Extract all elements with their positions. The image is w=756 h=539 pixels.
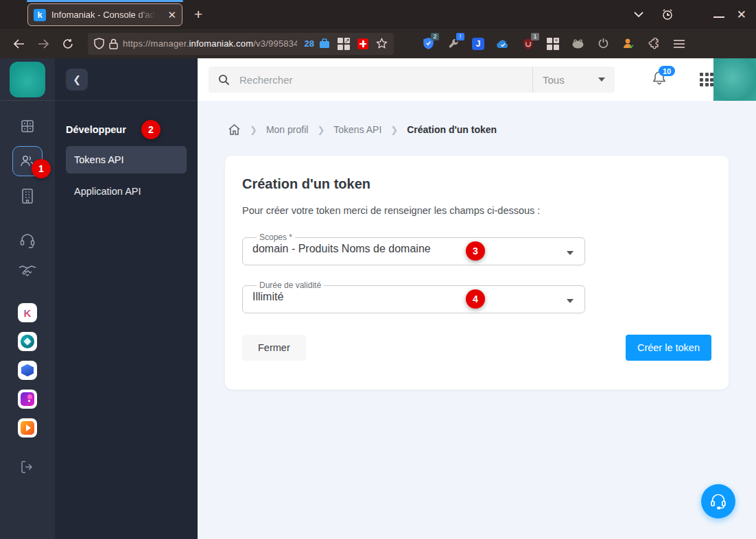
grid-add-extension-icon[interactable]: + [547,38,559,50]
scopes-select[interactable]: Scopes * domain - Produits Noms de domai… [242,232,585,265]
url-bar[interactable]: https://manager.infomaniak.com/v3/995834… [88,33,394,55]
step-badge-2: 2 [141,120,161,139]
breadcrumb-separator: ❯ [250,125,257,135]
partnership-handshake-icon[interactable] [19,262,36,280]
top-bar: Tous 10 [198,58,756,101]
infomaniak-logo[interactable] [10,62,45,97]
browser-titlebar: k Infomaniak - Console d'adm ✕ + ✕ [0,0,756,29]
notification-count-badge: 10 [659,66,675,76]
tab-close-icon[interactable]: ✕ [167,9,176,21]
breadcrumb-tokens-api[interactable]: Tokens API [333,124,381,135]
back-button[interactable] [10,35,27,53]
step-badge-3: 3 [466,241,485,261]
search-bar[interactable]: Tous [209,67,615,93]
app-icon-k[interactable]: K [18,303,37,322]
j-extension-icon[interactable]: J [472,38,484,50]
secondary-sidebar: ❮ Développeur 2 Tokens API Application A… [55,58,198,539]
apps-grid-button[interactable] [700,73,713,86]
home-icon[interactable] [228,123,241,136]
validity-select[interactable]: Durée de validité Illimité 4 [242,280,585,313]
browser-tab[interactable]: k Infomaniak - Console d'adm ✕ [27,3,182,26]
app-icon-play[interactable] [18,418,37,438]
app-icon-cube[interactable] [18,361,37,380]
swiss-flag-icon[interactable] [357,38,368,49]
lock-icon[interactable] [109,38,118,49]
section-title: Développeur [66,124,126,135]
browser-toolbar: https://manager.infomaniak.com/v3/995834… [0,29,756,58]
blue-shield-extension-icon[interactable]: 2 [421,37,435,51]
chevron-down-icon [567,251,574,255]
container-count-badge: 28 [305,38,314,49]
collapse-sidebar-button[interactable]: ❮ [66,69,88,91]
bookmark-star-icon[interactable] [376,38,388,49]
chevron-down-icon [598,77,605,82]
step-badge-4: 4 [466,289,485,309]
validity-label: Durée de validité [257,280,324,290]
card-title: Création d'un token [242,176,711,192]
forward-button[interactable] [34,35,52,53]
scopes-label: Scopes * [257,232,295,242]
user-avatar[interactable] [713,58,756,101]
main-area: Tous 10 ❯ Mon profil ❯ Tokens API [198,58,756,539]
sidebar-item-tokens-api[interactable]: Tokens API [66,146,187,173]
minimize-button[interactable] [713,11,724,18]
search-input[interactable] [238,73,532,86]
card-description: Pour créer votre token merci de renseign… [242,205,711,216]
search-filter-dropdown[interactable]: Tous [532,67,615,93]
organization-icon[interactable] [19,187,36,205]
close-window-button[interactable]: ✕ [737,8,746,22]
breadcrumb: ❯ Mon profil ❯ Tokens API ❯ Création d'u… [198,101,756,136]
validity-value: Illimité [252,291,575,303]
page-body: ❯ Mon profil ❯ Tokens API ❯ Création d'u… [198,101,756,539]
new-tab-button[interactable]: + [194,5,202,23]
app-icon-kmeet[interactable] [18,390,37,409]
animal-extension-icon[interactable] [571,37,584,51]
reload-button[interactable] [59,35,77,53]
breadcrumb-mon-profil[interactable]: Mon profil [266,124,308,135]
tab-list-chevron-icon[interactable] [634,12,643,18]
container-briefcase-icon [319,38,330,49]
ublock-shield-extension-icon[interactable]: 1 [521,37,535,51]
logout-icon[interactable] [19,458,36,476]
support-headset-icon[interactable] [19,232,36,250]
breadcrumb-current: Création d'un token [407,124,497,135]
tab-title: Infomaniak - Console d'adm [51,10,156,20]
container-tab-stripe [27,0,183,2]
primary-sidebar: K 1 [0,58,55,539]
pip-icon[interactable]: ↗ [338,38,350,50]
close-button[interactable]: Fermer [242,335,306,361]
tracking-shield-icon[interactable] [94,38,104,49]
sidebar-item-application-api[interactable]: Application API [66,178,187,205]
url-text: https://manager.infomaniak.com/v3/995834… [123,38,297,49]
power-icon[interactable] [596,37,610,51]
token-creation-card: Création d'un token Pour créer votre tok… [225,156,729,390]
notifications-button[interactable]: 10 [652,70,667,89]
app-icon-kchat[interactable] [18,332,37,351]
menu-hamburger-icon[interactable] [672,37,686,51]
extension-row: 2 ! J 1 + [421,37,686,51]
puzzle-extensions-icon[interactable] [647,37,661,51]
chevron-down-icon [567,299,574,303]
tab-favicon: k [34,9,46,21]
support-fab-button[interactable] [701,484,735,518]
infomaniak-console: K 1 ❮ Développeur 2 Tokens API Applicati… [0,58,756,539]
search-icon [218,74,230,86]
step-badge-1: 1 [32,159,51,178]
wrench-extension-icon[interactable]: ! [447,37,460,51]
scopes-value: domain - Produits Noms de domaine [252,243,575,255]
products-icon[interactable] [19,117,36,135]
account-check-icon[interactable] [622,37,635,51]
create-token-button[interactable]: Créer le token [626,335,711,361]
cloud-extension-icon[interactable] [496,37,510,51]
alarm-clock-icon[interactable] [661,8,674,21]
